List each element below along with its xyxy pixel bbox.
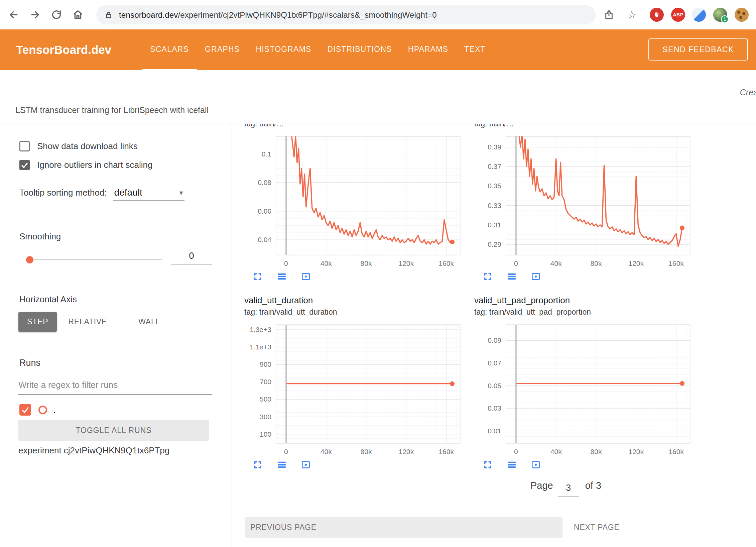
- svg-text:160k: 160k: [668, 448, 684, 455]
- chart-card: tag: train/… 040k80k120k160k0.290.310.33…: [474, 124, 699, 283]
- axis-step-button[interactable]: STEP: [18, 312, 57, 332]
- axis-relative-button[interactable]: RELATIVE: [59, 312, 116, 332]
- share-icon: [604, 9, 614, 20]
- expand-chart-button[interactable]: [482, 459, 494, 471]
- svg-text:1.3e+3: 1.3e+3: [250, 326, 271, 333]
- browser-toolbar: tensorboard.dev/experiment/cj2vtPiwQHKN9…: [0, 0, 756, 29]
- bookmark-star-button[interactable]: ☆: [625, 8, 638, 21]
- svg-text:80k: 80k: [361, 259, 372, 267]
- svg-text:0.04: 0.04: [258, 236, 271, 243]
- tab-text[interactable]: TEXT: [456, 29, 494, 70]
- line-chart[interactable]: 040k80k120k160k1003005007009001.1e+31.3e…: [244, 322, 465, 457]
- run-color-swatch: [38, 406, 47, 414]
- browser-back-button[interactable]: [8, 7, 23, 22]
- svg-text:0: 0: [514, 259, 518, 267]
- horizontal-axis-label: Horizontal Axis: [19, 294, 77, 305]
- pagination: Page of 3: [530, 479, 601, 495]
- browser-forward-button[interactable]: [29, 7, 44, 22]
- data-series-button[interactable]: [506, 270, 518, 283]
- fit-domain-button[interactable]: [530, 270, 542, 283]
- svg-text:500: 500: [260, 395, 271, 403]
- slider-thumb[interactable]: [26, 256, 33, 263]
- hand-icon: [653, 11, 660, 18]
- fit-domain-icon: [530, 271, 541, 282]
- data-series-button[interactable]: [276, 459, 288, 471]
- tab-graphs[interactable]: GRAPHS: [197, 29, 248, 70]
- tab-distributions[interactable]: DISTRIBUTIONS: [320, 29, 400, 70]
- expand-chart-button[interactable]: [252, 459, 264, 471]
- svg-text:0.37: 0.37: [488, 162, 501, 170]
- run-list-item[interactable]: .: [19, 404, 56, 416]
- previous-page-button[interactable]: PREVIOUS PAGE: [245, 517, 562, 538]
- smoothing-slider[interactable]: [27, 256, 162, 263]
- fit-domain-button[interactable]: [530, 459, 542, 471]
- checkbox-unchecked[interactable]: [19, 141, 30, 151]
- browser-reload-button[interactable]: [51, 7, 66, 22]
- svg-text:0.03: 0.03: [488, 404, 501, 412]
- svg-text:120k: 120k: [399, 448, 414, 455]
- fit-domain-button[interactable]: [300, 459, 312, 471]
- svg-text:80k: 80k: [591, 259, 602, 267]
- tooltip-sorting-dropdown[interactable]: default ▾: [113, 187, 184, 201]
- blue-extension-icon[interactable]: [692, 8, 706, 22]
- data-series-button[interactable]: [506, 459, 518, 471]
- chart-tag: tag: train/valid_utt_duration: [244, 307, 469, 317]
- share-button[interactable]: [604, 8, 617, 21]
- svg-text:160k: 160k: [438, 448, 454, 455]
- page-number-input[interactable]: [558, 481, 579, 497]
- svg-text:0: 0: [284, 259, 288, 267]
- experiment-id-label: experiment cj2vtPiwQHKN9Q1tx6PTpg: [18, 445, 169, 456]
- runs-filter-input[interactable]: [18, 378, 212, 395]
- main-nav: SCALARS GRAPHS HISTOGRAMS DISTRIBUTIONS …: [142, 29, 494, 70]
- svg-text:160k: 160k: [668, 259, 684, 267]
- svg-text:120k: 120k: [629, 448, 644, 455]
- chart-card: valid_utt_pad_proportion tag: train/vali…: [474, 294, 699, 471]
- series-list-icon: [276, 459, 287, 470]
- browser-home-button[interactable]: [72, 7, 87, 22]
- app-logo: TensorBoard.dev: [16, 43, 111, 57]
- next-page-button[interactable]: NEXT PAGE: [569, 517, 625, 538]
- slider-track[interactable]: [27, 259, 162, 260]
- url-text: tensorboard.dev/experiment/cj2vtPiwQHKN9…: [119, 10, 437, 20]
- line-chart[interactable]: 040k80k120k160k0.040.060.080.1: [244, 134, 465, 269]
- divider: [0, 347, 232, 347]
- profile-avatar[interactable]: 1: [713, 8, 727, 22]
- svg-text:0.07: 0.07: [488, 359, 501, 367]
- experiment-subheader: Crea LSTM transducer training for LibriS…: [0, 70, 756, 123]
- send-feedback-button[interactable]: SEND FEEDBACK: [648, 38, 748, 61]
- smoothing-value-input[interactable]: [171, 249, 212, 264]
- svg-text:0.31: 0.31: [488, 221, 501, 229]
- chart-toolbar: [252, 459, 469, 471]
- abp-extension-icon[interactable]: ABP: [671, 8, 685, 22]
- show-download-links-checkbox-row[interactable]: Show data download links: [19, 141, 138, 151]
- expand-chart-button[interactable]: [252, 270, 264, 283]
- series-list-icon: [506, 459, 517, 470]
- run-checkbox-checked[interactable]: [19, 404, 31, 416]
- tooltip-sorting-label: Tooltip sorting method:: [19, 188, 107, 198]
- page-total-label: of 3: [585, 480, 601, 491]
- svg-text:0.39: 0.39: [488, 143, 501, 151]
- adblock-extension-icon[interactable]: [650, 8, 664, 22]
- cookie-extension-icon[interactable]: [735, 8, 749, 22]
- address-bar[interactable]: tensorboard.dev/experiment/cj2vtPiwQHKN9…: [96, 5, 596, 24]
- chart-tag: tag: train/valid_utt_pad_proportion: [474, 307, 699, 317]
- forward-arrow-icon: [29, 9, 41, 20]
- series-list-icon: [506, 271, 517, 282]
- chart-title: valid_utt_duration: [244, 294, 469, 307]
- svg-text:300: 300: [260, 413, 271, 421]
- chart-card: valid_utt_duration tag: train/valid_utt_…: [244, 294, 469, 471]
- axis-wall-button[interactable]: WALL: [130, 312, 169, 332]
- divider: [0, 216, 232, 216]
- ignore-outliers-checkbox-row[interactable]: Ignore outliers in chart scaling: [19, 160, 152, 170]
- tab-hparams[interactable]: HPARAMS: [400, 29, 456, 70]
- svg-text:900: 900: [260, 360, 271, 368]
- expand-chart-button[interactable]: [482, 270, 494, 283]
- tab-histograms[interactable]: HISTOGRAMS: [248, 29, 319, 70]
- line-chart[interactable]: 040k80k120k160k0.290.310.330.350.370.39: [474, 134, 695, 269]
- tab-scalars[interactable]: SCALARS: [142, 29, 197, 70]
- checkbox-checked[interactable]: [19, 160, 30, 170]
- line-chart[interactable]: 040k80k120k160k0.010.030.050.070.09: [474, 322, 695, 457]
- toggle-all-runs-button[interactable]: TOGGLE ALL RUNS: [18, 420, 209, 441]
- data-series-button[interactable]: [276, 270, 288, 283]
- fit-domain-button[interactable]: [300, 270, 312, 283]
